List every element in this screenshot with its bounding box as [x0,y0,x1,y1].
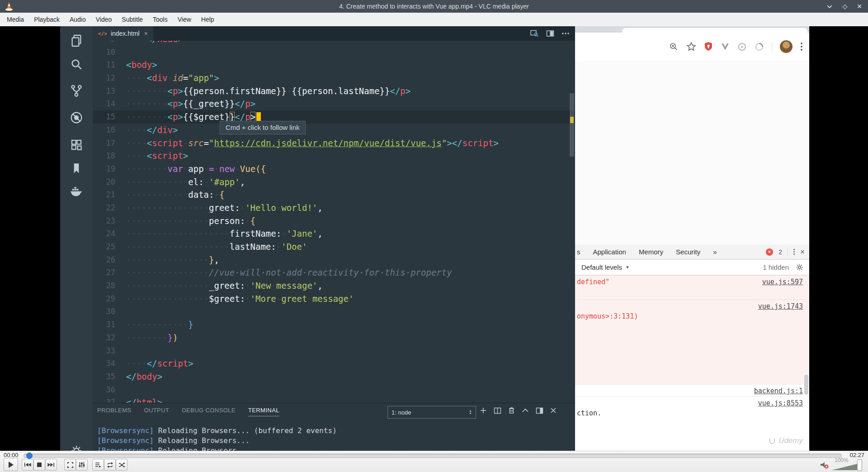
profile-avatar[interactable] [780,40,793,53]
panel-tab-problems[interactable]: PROBLEMS [97,407,131,416]
stop-button[interactable] [33,459,45,471]
panel-tab-terminal[interactable]: TERMINAL [248,407,279,416]
devtools-tab-memory[interactable]: Memory [639,248,663,256]
panel-tab-debug-console[interactable]: DEBUG CONSOLE [182,407,236,416]
maximize-panel-icon[interactable] [522,408,529,413]
open-preview-icon[interactable] [530,29,539,38]
menu-video[interactable]: Video [91,13,117,26]
terminal-select[interactable]: 1: node ▲▼ [387,406,476,419]
minimize-button[interactable] [826,5,835,9]
source-link[interactable]: vue.js:8553 [758,399,803,407]
docker-icon[interactable] [69,184,84,198]
extensions-icon[interactable] [69,138,84,152]
bookmark-icon[interactable] [69,161,84,176]
panel-tab-output[interactable]: OUTPUT [144,407,169,416]
code-line-31: 31············} [93,318,575,331]
explorer-icon[interactable] [69,33,84,48]
source-link[interactable]: vue.js:1743 [758,302,803,310]
console-entry: ction.vue.js:8553 [575,396,809,420]
debug-icon[interactable] [69,110,84,125]
volume-handle[interactable] [857,459,862,471]
close-panel-icon[interactable] [550,407,557,414]
split-terminal-icon[interactable] [494,407,501,414]
hidden-count[interactable]: 1 hidden [763,263,789,271]
select-arrows-icon: ▲▼ [469,410,472,415]
menu-subtitle[interactable]: Subtitle [117,13,148,26]
menu-audio[interactable]: Audio [65,13,91,26]
code-line-10: 10 [93,46,575,59]
filter-caret-icon: ▼ [625,265,630,270]
previous-button[interactable] [22,459,33,471]
more-actions-icon[interactable] [561,32,570,35]
menu-media[interactable]: Media [2,13,29,26]
source-control-icon[interactable] [69,83,84,98]
scrollbar-marker [570,117,574,123]
devtools-tab-application[interactable]: Application [593,248,626,256]
code-lines: 9····</head>1011<body>12····<div·id="app… [93,41,575,403]
chrome-menu-icon[interactable] [800,42,803,51]
console-entry: onymous>:3:131)vue.js:1743 [575,300,809,384]
chrome-window: s ApplicationMemorySecurity » × 2 × Defa… [575,26,809,451]
page-viewport [575,61,809,244]
new-terminal-icon[interactable] [480,407,487,414]
seek-handle[interactable] [26,453,33,459]
code-line-27: 27················//vue·will·not·add·rea… [93,266,575,279]
video-frame[interactable]: </> index.html × 9····</head>1011<body>1… [0,26,868,451]
chrome-tabstrip [575,26,809,33]
menu-view[interactable]: View [173,13,196,26]
bottom-panel: PROBLEMSOUTPUTDEBUG CONSOLETERMINAL 1: n… [93,403,575,451]
devtools-menu-icon[interactable] [793,249,795,255]
tab-label: index.html [111,30,140,37]
split-editor-icon[interactable] [546,30,554,37]
fullscreen-button[interactable] [64,459,76,471]
tab-index-html[interactable]: </> index.html × [93,26,153,41]
extension-ring-icon[interactable] [737,42,747,52]
source-link[interactable]: vue.js:597 [762,278,803,286]
code-line-25: 25····················lastName:·'Doe' [93,240,575,253]
adblock-extension-icon[interactable] [704,42,713,52]
source-link[interactable]: backend.js:1 [754,387,803,395]
playlist-button[interactable] [92,459,104,471]
extension-swirl-icon[interactable] [755,42,764,52]
menu-playback[interactable]: Playback [29,13,65,26]
tab-close-icon[interactable]: × [144,30,148,37]
terminal-select-value: 1: node [392,409,411,416]
editor-scrollbar[interactable] [570,93,574,157]
code-line-24: 24····················firstName:·'Jane', [93,227,575,240]
mute-icon[interactable] [820,461,830,469]
console-settings-icon[interactable] [795,263,804,272]
seek-bar[interactable] [24,453,842,458]
code-line-35: 35</body> [93,370,575,383]
code-line-18: 18····<script> [93,149,575,162]
volume-slider[interactable] [832,463,861,470]
elapsed-time: 00:00 [4,452,19,458]
loop-button[interactable] [104,459,116,471]
kill-terminal-icon[interactable] [508,407,515,414]
code-editor[interactable]: 9····</head>1011<body>12····<div·id="app… [93,41,575,403]
log-level-filter[interactable]: Default levels [575,263,622,271]
total-time: 02:27 [849,452,864,458]
devtools-close-icon[interactable]: × [800,248,805,257]
menu-help[interactable]: Help [196,13,219,26]
console-scrollbar[interactable] [804,375,808,395]
shuffle-button[interactable] [116,459,127,471]
next-button[interactable] [45,459,57,471]
menu-tools[interactable]: Tools [148,13,173,26]
bookmark-star-icon[interactable] [686,42,696,52]
maximize-button[interactable]: ◇ [841,0,849,13]
chrome-active-tab[interactable] [622,28,807,33]
code-line-34: 34····</script> [93,357,575,370]
vlc-titlebar: 4. Create method to interacts with Vue a… [0,0,868,13]
devtools-tab-security[interactable]: Security [676,248,700,256]
more-tabs-icon[interactable]: » [713,248,717,256]
vue-devtools-extension-icon[interactable] [721,43,730,51]
vlc-controls: 00:00 02:27 100% [0,451,868,472]
search-icon[interactable] [69,57,84,72]
adjustments-button[interactable] [76,459,88,471]
play-button[interactable] [4,458,18,471]
devtools-panel: s ApplicationMemorySecurity » × 2 × Defa… [575,244,809,451]
close-button[interactable]: × [855,0,863,13]
toggle-panel-icon[interactable] [536,407,543,414]
devtools-tab-partial[interactable]: s [577,248,580,256]
zoom-icon[interactable] [669,42,679,52]
